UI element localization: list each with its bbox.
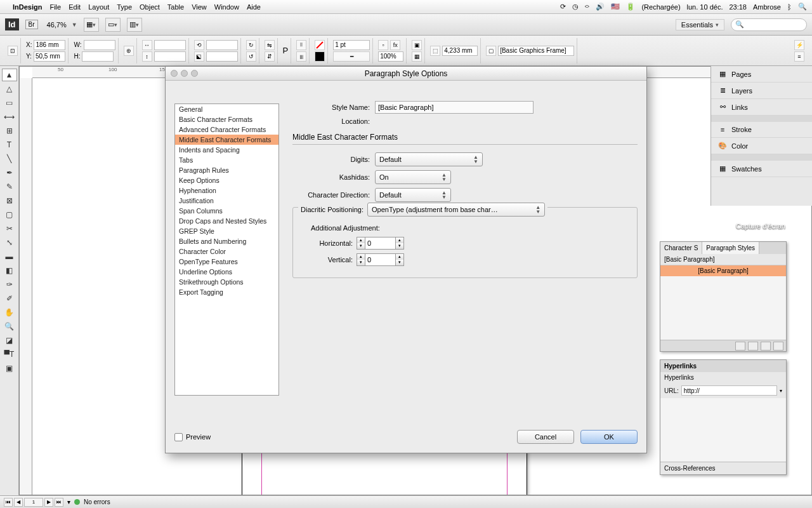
stroke-weight-input[interactable]: [333, 40, 370, 50]
step-up-icon[interactable]: ▴: [357, 254, 365, 260]
panel-pages[interactable]: ▦Pages: [711, 66, 812, 83]
chevron-down-icon[interactable]: ▾: [780, 388, 782, 394]
flag-icon[interactable]: 🇺🇸: [611, 3, 620, 11]
category-item[interactable]: Drop Caps and Nested Styles: [175, 216, 278, 226]
shear-input[interactable]: [206, 51, 238, 62]
step-down-icon[interactable]: ▾: [396, 243, 403, 249]
panel-stroke[interactable]: ≡Stroke: [711, 122, 812, 138]
frame-fit-icon[interactable]: ⬚: [430, 46, 440, 56]
category-item[interactable]: Export Tagging: [175, 287, 278, 297]
content-collector-tool[interactable]: ⊞: [2, 124, 17, 137]
preview-checkbox[interactable]: Preview: [174, 433, 211, 441]
category-item[interactable]: Character Color: [175, 246, 278, 257]
step-up-icon[interactable]: ▴: [357, 237, 365, 243]
category-item[interactable]: OpenType Features: [175, 257, 278, 267]
bluetooth-icon[interactable]: ᛒ: [787, 3, 792, 11]
rectangle-tool[interactable]: ▢: [2, 208, 17, 221]
category-item[interactable]: Bullets and Numbering: [175, 236, 278, 246]
battery-icon[interactable]: 🔋: [626, 3, 635, 11]
help-search-input[interactable]: 🔍: [731, 18, 807, 31]
type-tool[interactable]: T: [2, 138, 17, 151]
gradient-feather-tool[interactable]: ◧: [2, 264, 17, 277]
fill-swatch-icon[interactable]: [315, 40, 325, 50]
dialog-titlebar[interactable]: Paragraph Style Options: [166, 67, 646, 81]
volume-icon[interactable]: 🔊: [596, 3, 605, 11]
category-item[interactable]: General: [175, 104, 278, 114]
app-name[interactable]: InDesign: [13, 3, 42, 11]
new-style-button[interactable]: [748, 342, 758, 351]
category-item[interactable]: Justification: [175, 196, 278, 206]
menu-window[interactable]: Window: [214, 3, 239, 11]
preflight-label[interactable]: No errors: [84, 498, 110, 505]
screen-mode-button[interactable]: ▭▾: [105, 18, 121, 32]
digits-select[interactable]: Default▲▼: [375, 152, 483, 166]
new-group-button[interactable]: [735, 342, 745, 351]
spotlight-icon[interactable]: 🔍: [798, 3, 807, 11]
panel-swatches[interactable]: ▦Swatches: [711, 161, 812, 177]
x-input[interactable]: [34, 40, 65, 50]
diacritic-select[interactable]: OpenType (adjustment from base char…▲▼: [367, 203, 545, 217]
selection-tool[interactable]: ▲: [2, 69, 17, 81]
kashidas-select[interactable]: On▲▼: [375, 170, 451, 184]
style-list-item-selected[interactable]: [Basic Paragraph]: [660, 265, 786, 276]
wrap-around-icon[interactable]: ▦: [412, 51, 422, 62]
category-item[interactable]: Paragraph Rules: [175, 165, 278, 175]
last-page-icon[interactable]: ⏭: [55, 498, 63, 507]
menu-layout[interactable]: Layout: [88, 3, 109, 11]
delete-style-button[interactable]: [773, 342, 783, 351]
wrap-none-icon[interactable]: ▣: [412, 40, 422, 50]
vertical-ruler[interactable]: [20, 78, 32, 495]
panel-layers[interactable]: ≣Layers: [711, 83, 812, 99]
hyperlinks-panel[interactable]: Hyperlinks Hyperlinks URL: ▾ Cross-Refer…: [660, 359, 787, 475]
category-item[interactable]: Hyphenation: [175, 185, 278, 196]
menu-table[interactable]: Table: [167, 3, 184, 11]
time-label[interactable]: 23:18: [729, 3, 747, 11]
preflight-status-icon[interactable]: [74, 499, 80, 505]
vertical-spinner[interactable]: ▴▾ ▴▾: [357, 253, 404, 266]
style-list-body[interactable]: [660, 276, 786, 340]
align-icon[interactable]: ⫴: [296, 40, 306, 50]
gradient-swatch-tool[interactable]: ▬: [2, 250, 17, 263]
direct-selection-tool[interactable]: △: [2, 83, 17, 95]
category-list[interactable]: GeneralBasic Character FormatsAdvanced C…: [174, 104, 279, 396]
step-up-icon[interactable]: ▴: [396, 237, 403, 243]
window-minimize-icon[interactable]: [181, 70, 188, 77]
page-tool[interactable]: ▭: [2, 97, 17, 109]
menu-view[interactable]: View: [192, 3, 207, 11]
menu-object[interactable]: Object: [140, 3, 160, 11]
ok-button[interactable]: OK: [580, 430, 638, 444]
cancel-button[interactable]: Cancel: [517, 430, 574, 444]
category-item[interactable]: Indents and Spacing: [175, 145, 278, 155]
menu-edit[interactable]: Edit: [69, 3, 81, 11]
rotate-cw-icon[interactable]: ↻: [246, 40, 256, 50]
category-item[interactable]: Span Columns: [175, 206, 278, 216]
panel-color[interactable]: 🎨Color: [711, 138, 812, 154]
rotate-icon[interactable]: ⟲: [194, 40, 204, 50]
hyperlinks-list[interactable]: [660, 398, 786, 462]
line-tool[interactable]: ╲: [2, 152, 17, 165]
apply-color-icon[interactable]: ▀T: [2, 348, 17, 361]
paragraph-icon[interactable]: P: [283, 46, 289, 55]
clear-override-button[interactable]: [761, 342, 771, 351]
pencil-tool[interactable]: ✎: [2, 180, 17, 193]
category-item[interactable]: Tabs: [175, 155, 278, 165]
y-input[interactable]: [34, 51, 65, 62]
open-icon[interactable]: ▾: [67, 498, 70, 505]
object-style-select[interactable]: [498, 46, 574, 56]
hand-tool[interactable]: ✋: [2, 306, 17, 319]
menu-file[interactable]: File: [49, 3, 61, 11]
free-transform-tool[interactable]: ⤡: [2, 236, 17, 249]
effects-icon[interactable]: ▫: [378, 40, 388, 50]
stroke-style-icon[interactable]: ━: [333, 51, 370, 62]
scale-x-input[interactable]: [154, 40, 186, 50]
category-item[interactable]: Keep Options: [175, 175, 278, 185]
note-tool[interactable]: ✑: [2, 278, 17, 291]
gap-tool[interactable]: ⟷: [2, 110, 17, 123]
step-down-icon[interactable]: ▾: [396, 260, 403, 265]
scissors-tool[interactable]: ✂: [2, 222, 17, 235]
w-input[interactable]: [84, 40, 115, 50]
category-item[interactable]: Advanced Character Formats: [175, 124, 278, 135]
paragraph-styles-panel[interactable]: Character S Paragraph Styles [Basic Para…: [660, 241, 787, 352]
page-number-input[interactable]: 1: [24, 498, 43, 507]
view-options-button[interactable]: ▦▾: [84, 18, 99, 32]
